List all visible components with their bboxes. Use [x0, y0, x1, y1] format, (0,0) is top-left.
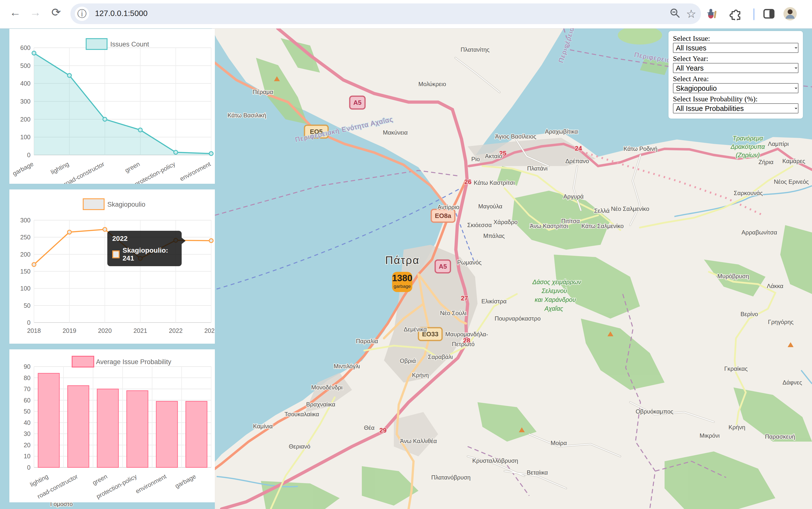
map-label: Δρέπανο [565, 158, 589, 164]
svg-text:A5: A5 [439, 263, 447, 270]
map-label: Μαυρομανδήλα- [445, 331, 488, 338]
svg-text:500: 500 [20, 62, 31, 69]
svg-text:2018: 2018 [27, 327, 41, 334]
map-label: Ακταίο [485, 153, 502, 160]
probability-select[interactable]: All Issue Probabilities [673, 103, 799, 113]
map-label: Γρηγόρης [768, 318, 793, 325]
map-label: Σαρκουνάς [734, 190, 763, 196]
select-issue-label: Select Issue: [673, 34, 799, 42]
map-label: Βεταίικα [527, 469, 548, 476]
map-label: και Χαράνδρου [535, 296, 576, 303]
road-number: 27 [461, 295, 468, 302]
svg-text:road-constructor: road-constructor [63, 160, 105, 184]
map-label: Σκιόεσσα [467, 222, 492, 228]
map-label: Παραλία [356, 338, 378, 344]
forward-icon[interactable]: → [28, 4, 43, 20]
side-panel-icon[interactable] [762, 7, 775, 20]
tooltip-caret [182, 238, 186, 244]
svg-text:70: 70 [24, 385, 31, 393]
map-label: Χάραδρο [493, 219, 518, 225]
svg-text:90: 90 [24, 363, 31, 370]
map-label: Δεμένικα [404, 326, 427, 333]
issue-select[interactable]: All Issues [673, 43, 799, 53]
map-label: Νέος Ερινεός [774, 178, 809, 185]
bookmark-star-icon[interactable]: ☆ [685, 7, 697, 20]
back-icon[interactable]: ← [7, 4, 23, 20]
map-issue-marker[interactable]: 1380 garbage [392, 272, 412, 292]
map-label: Αχαΐας [544, 305, 563, 312]
map-label: Δάφνες [782, 379, 802, 386]
map-label: Τσουκαλαίικα [285, 411, 319, 417]
issues-count-chart[interactable]: 0100200300400500600garbagelightingroad-c… [9, 29, 215, 184]
issues-count-chart-card: 0100200300400500600garbagelightingroad-c… [9, 29, 215, 184]
reload-icon[interactable]: ⟳ [48, 4, 64, 20]
svg-text:100: 100 [20, 285, 31, 292]
map-label: Γκραίκας [724, 365, 748, 372]
map-label: Πλατανόβρυση [431, 474, 470, 481]
url-bar[interactable]: ⓘ 127.0.0.1:5000 ☆ [70, 3, 701, 24]
map-label: Τρανόρεμα [733, 135, 763, 142]
map-label: Μικρόνι [700, 432, 720, 439]
filter-controls-panel: Select Issue: All Issues Select Year: Al… [669, 31, 803, 118]
svg-text:lighting: lighting [50, 160, 70, 176]
road-number: 26 [464, 178, 472, 185]
map-label: Ρωμανός [457, 259, 481, 266]
map-label: Κρυσταλλόβρυση [472, 457, 518, 464]
map-label: Δρακότρυπα [730, 143, 765, 150]
svg-text:garbage: garbage [174, 473, 197, 489]
svg-text:40: 40 [24, 419, 31, 426]
svg-text:60: 60 [24, 397, 31, 404]
map-label: Άνω Καλλιθέα [400, 438, 437, 444]
map-label: Μακύνεια [383, 129, 408, 136]
area-select[interactable]: Skagiopoulio [673, 83, 799, 93]
map-label: Λάκκα [767, 283, 783, 289]
map-label: Δάσος χειμάρρων [532, 278, 581, 285]
map-label: Καμάρες [782, 158, 805, 164]
map-label: Αντίρριο [437, 204, 459, 210]
map-label: Μονοδένδρι [311, 384, 343, 391]
toolbar-divider [753, 8, 754, 20]
tooltip-title: 2022 [112, 235, 177, 243]
map-label: Αραχωβίτικα [545, 128, 578, 135]
map-label: Αργυρά [563, 193, 584, 200]
year-select[interactable]: All Years [673, 63, 799, 73]
road-shield: A5 [435, 260, 450, 273]
skagiopoulio-trend-chart[interactable]: 0501001502002503002018201920202021202220… [9, 190, 215, 344]
select-probability-label: Select Issue Probability (%): [673, 95, 799, 103]
svg-text:Skagiopoulio: Skagiopoulio [107, 201, 145, 208]
svg-text:lighting: lighting [29, 473, 49, 488]
map-label: Πάτρα [385, 254, 420, 266]
map-label: Σελεμνού [541, 287, 567, 294]
map-label: Μοίρα [551, 440, 567, 446]
svg-text:Average Issue Probability: Average Issue Probability [96, 358, 171, 366]
url-text[interactable]: 127.0.0.1:5000 [95, 9, 148, 18]
map-label: Πέραμα [253, 89, 273, 95]
debugger-extension-icon[interactable] [706, 7, 718, 20]
svg-text:150: 150 [20, 268, 31, 275]
site-info-icon[interactable]: ⓘ [75, 7, 89, 21]
map-label: Μολύκρειο [418, 81, 446, 87]
extensions-puzzle-icon[interactable] [729, 7, 742, 20]
map-label: Παρασκευή [765, 433, 795, 440]
map-label: Πιτίτσα [561, 218, 580, 224]
svg-text:300: 300 [20, 217, 31, 224]
map-label: Κάτω Ροδινή [623, 145, 657, 152]
svg-text:garbage: garbage [11, 160, 34, 177]
map-label: Ελικίστρα [481, 298, 507, 305]
zoom-out-icon[interactable] [669, 7, 681, 20]
map-label: Πουρναρόκαστρο [494, 315, 541, 322]
svg-text:200: 200 [20, 251, 31, 258]
road-shield: A5 [350, 96, 365, 109]
avg-issue-probability-chart[interactable]: 0102030405060708090lightingroad-construc… [9, 349, 215, 502]
area-trend-chart-card: 0501001502002503002018201920202021202220… [9, 190, 215, 344]
map-label: Κρήνη [728, 424, 745, 431]
svg-text:2020: 2020 [98, 327, 112, 334]
map-label: (Ζηρίων) [736, 151, 760, 159]
map-label: Κάτω Βασιλική [228, 112, 266, 118]
svg-text:green: green [124, 160, 141, 174]
svg-text:Issues Count: Issues Count [110, 41, 149, 48]
map-label: Βερίνο [740, 311, 758, 317]
svg-text:300: 300 [20, 98, 31, 105]
profile-avatar[interactable] [783, 7, 796, 20]
map-label: Μιντιλόγλι [334, 363, 360, 370]
